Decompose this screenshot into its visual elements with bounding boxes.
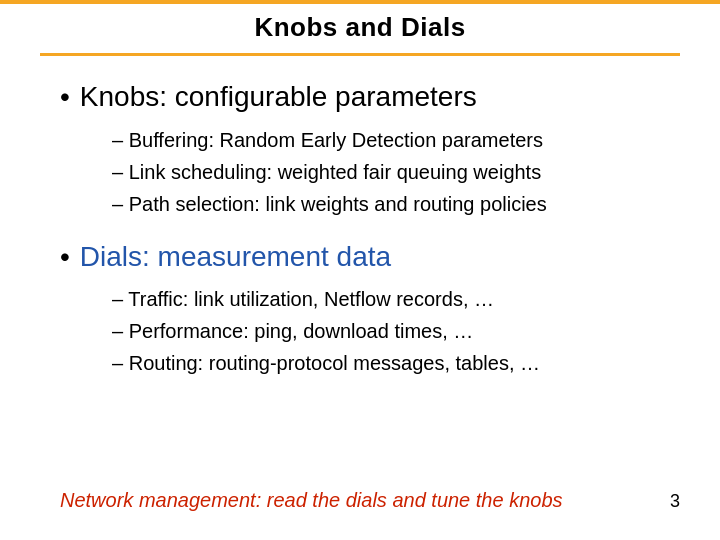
sub-bullets-dials: Traffic: link utilization, Netflow recor… bbox=[60, 283, 660, 379]
bullet-main-dials: • Dials: measurement data bbox=[60, 240, 660, 274]
slide-number: 3 bbox=[670, 491, 680, 512]
slide: Knobs and Dials • Knobs: configurable pa… bbox=[0, 0, 720, 540]
bullet-label-dials: Dials: measurement data bbox=[80, 240, 391, 274]
footer-text: Network management: read the dials and t… bbox=[60, 489, 563, 512]
slide-header: Knobs and Dials bbox=[40, 0, 680, 56]
bullet-section-knobs: • Knobs: configurable parameters Bufferi… bbox=[60, 80, 660, 220]
sub-bullets-knobs: Buffering: Random Early Detection parame… bbox=[60, 124, 660, 220]
bullet-main-knobs: • Knobs: configurable parameters bbox=[60, 80, 660, 114]
sub-bullet-dials-1: Traffic: link utilization, Netflow recor… bbox=[112, 283, 660, 315]
slide-title: Knobs and Dials bbox=[40, 12, 680, 43]
sub-bullet-dials-2: Performance: ping, download times, … bbox=[112, 315, 660, 347]
bullet-dot-knobs: • bbox=[60, 80, 70, 114]
bullet-section-dials: • Dials: measurement data Traffic: link … bbox=[60, 240, 660, 380]
sub-bullet-knobs-2: Link scheduling: weighted fair queuing w… bbox=[112, 156, 660, 188]
sub-bullet-knobs-1: Buffering: Random Early Detection parame… bbox=[112, 124, 660, 156]
sub-bullet-knobs-3: Path selection: link weights and routing… bbox=[112, 188, 660, 220]
bullet-label-knobs: Knobs: configurable parameters bbox=[80, 80, 477, 114]
top-border-decoration bbox=[0, 0, 720, 4]
slide-content: • Knobs: configurable parameters Bufferi… bbox=[40, 80, 680, 379]
bullet-dot-dials: • bbox=[60, 240, 70, 274]
sub-bullet-dials-3: Routing: routing-protocol messages, tabl… bbox=[112, 347, 660, 379]
